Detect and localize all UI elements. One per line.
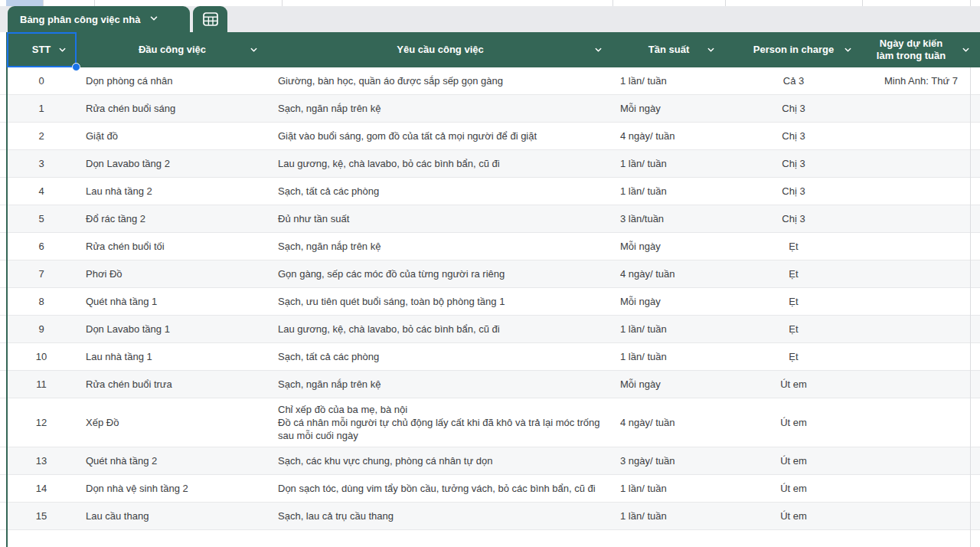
chevron-down-icon[interactable] [962,46,970,54]
cell-stt[interactable]: 12 [6,398,77,447]
cell-stt[interactable]: 6 [6,233,77,260]
cell-planned-day[interactable] [862,233,980,260]
chevron-down-icon[interactable] [844,46,852,54]
cell-planned-day[interactable] [862,447,980,474]
cell-stt[interactable]: 7 [6,260,77,287]
cell-person-in-charge[interactable]: Chị 3 [725,95,862,122]
cell-task[interactable]: Rửa chén buổi tối [77,233,268,260]
cell-person-in-charge[interactable]: Chị 3 [725,205,862,232]
cell-frequency[interactable]: 1 lần/ tuần [612,150,725,177]
cell-requirements[interactable]: Gọn gàng, sếp các móc đồ của từng người … [268,260,612,287]
chevron-down-icon[interactable] [594,46,603,54]
cell-planned-day[interactable] [862,288,980,315]
cell-task[interactable]: Phơi Đồ [77,260,268,287]
cell-frequency[interactable]: 3 lần/tuần [612,205,725,232]
table-icon[interactable] [193,6,227,32]
cell-task[interactable]: Đổ rác tầng 2 [77,205,268,232]
cell-requirements[interactable]: Đủ như tần suất [268,205,612,232]
cell-person-in-charge[interactable]: Ẹt [725,260,862,287]
cell-person-in-charge[interactable]: Chị 3 [725,178,862,205]
chevron-down-icon[interactable] [149,14,158,25]
cell-stt[interactable]: 1 [6,95,77,122]
cell-person-in-charge[interactable]: Út em [725,503,862,529]
cell-person-in-charge[interactable]: Cả 3 [725,67,862,94]
cell-person-in-charge[interactable]: Ẹt [725,288,862,315]
header-frequency[interactable]: Tần suất [612,32,725,67]
cell-person-in-charge[interactable]: Út em [725,371,862,398]
cell-task[interactable]: Lau cầu thang [77,503,268,529]
cell-person-in-charge[interactable]: Ẹt [725,316,862,342]
cell-frequency[interactable]: 1 lần/ tuần [612,67,725,94]
cell-requirements[interactable]: Giường, bàn học, quần áo được sắp sếp gọ… [268,67,612,94]
cell-planned-day[interactable] [862,343,980,370]
cell-task[interactable]: Dọn nhà vệ sinh tầng 2 [77,475,268,502]
cell-requirements[interactable]: Sạch, ngăn nắp trên kệ [268,233,612,260]
cell-requirements[interactable]: Sạch, tất cả các phòng [268,178,612,205]
cell-planned-day[interactable] [862,205,980,232]
cell-stt[interactable]: 9 [6,316,77,342]
cell-frequency[interactable]: 1 lần/ tuần [612,343,725,370]
cell-frequency[interactable]: 1 lần/ tuần [612,316,725,342]
cell-person-in-charge[interactable]: Ẹt [725,233,862,260]
cell-planned-day[interactable] [862,371,980,398]
cell-planned-day[interactable] [862,95,980,122]
cell-task[interactable]: Dọn Lavabo tầng 1 [77,316,268,342]
cell-planned-day[interactable] [862,475,980,502]
cell-frequency[interactable]: 1 lần/ tuần [612,178,725,205]
cell-stt[interactable]: 2 [6,123,77,149]
cell-stt[interactable]: 5 [6,205,77,232]
cell-frequency[interactable]: 1 lần/ tuần [612,503,725,529]
chevron-down-icon[interactable] [58,46,67,54]
cell-task[interactable]: Quét nhà tầng 2 [77,447,268,474]
header-person-in-charge[interactable]: Person in charge [725,32,862,67]
cell-task[interactable]: Quét nhà tầng 1 [77,288,268,315]
cell-requirements[interactable]: Sạch, ngăn nắp trên kệ [268,95,612,122]
cell-requirements[interactable]: Lau gương, kệ, chà lavabo, bỏ các bình b… [268,316,612,342]
cell-person-in-charge[interactable]: Út em [725,398,862,447]
cell-frequency[interactable]: 1 lần/ tuần [612,475,725,502]
selection-fill-handle[interactable] [72,63,80,71]
table-name-tab[interactable]: Bảng phân công việc nhà [8,6,190,32]
cell-planned-day[interactable] [862,150,980,177]
cell-stt[interactable]: 10 [6,343,77,370]
cell-task[interactable]: Dọn phòng cá nhân [77,67,268,94]
cell-frequency[interactable]: Mỗi ngày [612,95,725,122]
cell-requirements[interactable]: Giặt vào buổi sáng, gom đồ của tất cả mọ… [268,123,612,149]
chevron-down-icon[interactable] [250,46,258,54]
cell-person-in-charge[interactable]: Chị 3 [725,150,862,177]
cell-requirements[interactable]: Sạch, lau cả trụ cầu thang [268,503,612,529]
cell-stt[interactable]: 15 [6,503,77,529]
cell-task[interactable]: Lau nhà tầng 2 [77,178,268,205]
cell-planned-day[interactable] [862,503,980,529]
cell-requirements[interactable]: Sạch, ưu tiên quét buổi sáng, toàn bộ ph… [268,288,612,315]
cell-planned-day[interactable] [862,398,980,447]
cell-requirements[interactable]: Dọn sạch tóc, dùng vim tẩy bồn cầu, tưởn… [268,475,612,502]
cell-requirements[interactable]: Lau gương, kệ, chà lavabo, bỏ các bình b… [268,150,612,177]
cell-requirements[interactable]: Sạch, ngăn nắp trên kệ [268,371,612,398]
cell-task[interactable]: Dọn Lavabo tầng 2 [77,150,268,177]
cell-stt[interactable]: 0 [6,67,77,94]
cell-person-in-charge[interactable]: Ẹt [725,343,862,370]
cell-stt[interactable]: 8 [6,288,77,315]
cell-person-in-charge[interactable]: Út em [725,475,862,502]
header-task[interactable]: Đầu công việc [77,32,268,67]
cell-person-in-charge[interactable]: Út em [725,447,862,474]
cell-planned-day[interactable] [862,178,980,205]
cell-stt[interactable]: 14 [6,475,77,502]
cell-task[interactable]: Giặt đồ [77,123,268,149]
cell-requirements[interactable]: Chỉ xếp đồ của ba mẹ, bà nội Đồ cá nhân … [268,398,612,447]
cell-task[interactable]: Rửa chén buổi trưa [77,371,268,398]
cell-frequency[interactable]: 3 ngày/ tuần [612,447,725,474]
cell-planned-day[interactable] [862,260,980,287]
cell-frequency[interactable]: Mỗi ngày [612,233,725,260]
cell-requirements[interactable]: Sạch, tất cả các phòng [268,343,612,370]
cell-frequency[interactable]: Mỗi ngày [612,288,725,315]
cell-stt[interactable]: 13 [6,447,77,474]
header-requirements[interactable]: Yêu cầu công việc [268,32,612,67]
cell-frequency[interactable]: Mỗi ngày [612,371,725,398]
cell-person-in-charge[interactable]: Chị 3 [725,123,862,149]
cell-requirements[interactable]: Sạch, các khu vực chung, phòng cá nhân t… [268,447,612,474]
cell-frequency[interactable]: 4 ngày/ tuần [612,398,725,447]
cell-stt[interactable]: 11 [6,371,77,398]
cell-planned-day[interactable] [862,123,980,149]
